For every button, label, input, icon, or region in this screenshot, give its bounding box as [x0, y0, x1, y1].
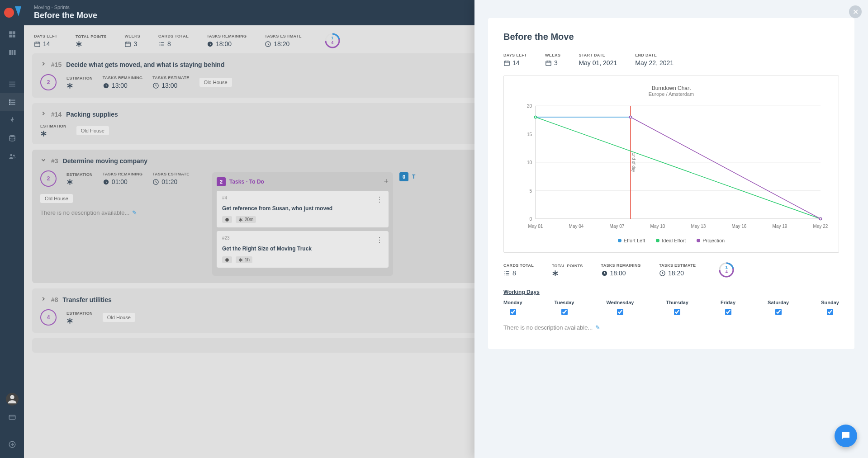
day-checkbox[interactable] — [510, 309, 516, 315]
task-menu-icon[interactable]: ⋮ — [376, 195, 383, 204]
nav-boards[interactable] — [0, 43, 24, 61]
svg-rect-14 — [9, 104, 10, 105]
task-id: #4 — [222, 195, 227, 200]
svg-rect-10 — [9, 99, 10, 101]
clock-icon — [601, 270, 608, 277]
svg-rect-7 — [9, 82, 15, 83]
svg-rect-1 — [12, 31, 15, 34]
tag[interactable]: Old House — [76, 126, 109, 135]
nav-sprints[interactable] — [0, 93, 24, 111]
svg-text:10: 10 — [527, 160, 532, 165]
chart-legend: Effort LeftIdeal EffortProjection — [513, 238, 830, 243]
description-placeholder[interactable]: There is no description available...✎ — [40, 209, 203, 216]
day-col: Monday — [503, 300, 522, 315]
list-icon — [503, 270, 510, 277]
burndown-chart: Burndown Chart Europe / Amsterdam 051015… — [503, 76, 839, 253]
day-checkbox[interactable] — [617, 309, 623, 315]
svg-point-19 — [14, 157, 15, 158]
weeks-label: WEEKS — [124, 34, 140, 38]
panel-title: Before the Move — [503, 32, 839, 42]
calendar-icon — [34, 41, 41, 47]
day-checkbox[interactable] — [725, 309, 731, 315]
day-checkbox[interactable] — [561, 309, 568, 315]
chart-subtitle: Europe / Amsterdam — [513, 91, 830, 97]
total-points-label: TOTAL POINTS — [76, 34, 107, 39]
logo[interactable] — [0, 0, 24, 25]
expand-icon[interactable] — [40, 296, 47, 304]
svg-point-62 — [535, 116, 537, 118]
collapse-icon[interactable] — [40, 157, 47, 165]
svg-point-34 — [225, 218, 229, 222]
day-checkbox[interactable] — [827, 309, 833, 315]
svg-text:May 01: May 01 — [528, 224, 543, 229]
asterisk-icon — [66, 317, 73, 324]
svg-text:May 16: May 16 — [732, 224, 747, 229]
day-col: Thursday — [666, 300, 688, 315]
task-title: Get reference from Susan, who just moved — [222, 205, 383, 212]
card-id: #8 — [51, 296, 58, 303]
day-col: Wednesday — [606, 300, 634, 315]
days-left-label: DAYS LEFT — [34, 34, 57, 38]
card-title: Determine moving company — [63, 157, 148, 165]
svg-rect-12 — [9, 102, 10, 103]
card-id: #3 — [51, 157, 58, 165]
expand-icon[interactable] — [40, 61, 47, 69]
nav-billing[interactable] — [0, 408, 24, 426]
asterisk-icon — [66, 82, 73, 89]
nav-list[interactable] — [0, 75, 24, 93]
tag[interactable]: Old House — [199, 78, 232, 87]
task-menu-icon[interactable]: ⋮ — [376, 236, 383, 244]
day-col: Tuesday — [555, 300, 574, 315]
clock-icon — [103, 82, 109, 89]
points-ring: 2 — [40, 74, 57, 90]
svg-point-18 — [13, 155, 14, 156]
clock-outline-icon — [659, 270, 666, 277]
day-col: Friday — [721, 300, 735, 315]
progress-ring: 14 — [718, 262, 735, 278]
svg-text:May 22: May 22 — [813, 224, 828, 229]
clock-outline-icon — [152, 82, 159, 89]
day-checkbox[interactable] — [775, 309, 782, 315]
svg-text:5: 5 — [529, 189, 532, 194]
close-button[interactable]: ✕ — [849, 5, 862, 18]
detail-panel: ✕ Before the Move DAYS LEFT14 WEEKS3 STA… — [474, 0, 868, 458]
svg-rect-13 — [11, 102, 15, 103]
tag[interactable]: Old House — [40, 194, 73, 203]
chat-button[interactable] — [835, 425, 857, 447]
add-task-button[interactable]: + — [384, 177, 389, 186]
user-avatar[interactable] — [6, 393, 19, 406]
edit-icon[interactable]: ✎ — [132, 209, 137, 216]
description-placeholder[interactable]: There is no description available...✎ — [503, 324, 839, 331]
edit-icon[interactable]: ✎ — [595, 324, 600, 331]
nav-database[interactable] — [0, 129, 24, 147]
task-card[interactable]: #23⋮ Get the Right Size of Moving Truck … — [217, 231, 389, 268]
svg-point-35 — [225, 258, 229, 262]
nav-team[interactable] — [0, 147, 24, 165]
svg-text:May 19: May 19 — [773, 224, 787, 229]
svg-point-16 — [9, 135, 15, 137]
time-chip: 20m — [236, 216, 256, 223]
calendar-icon — [503, 60, 510, 66]
svg-text:20: 20 — [527, 104, 532, 109]
chart-canvas: 05101520May 01May 04May 07May 10May 13Ma… — [513, 101, 830, 232]
nav-rail — [0, 0, 24, 458]
svg-rect-15 — [11, 104, 15, 105]
working-days-row: MondayTuesdayWednesdayThursdayFridaySatu… — [503, 300, 839, 315]
asterisk-icon — [66, 179, 73, 185]
svg-rect-2 — [9, 35, 12, 38]
task-card[interactable]: #4⋮ Get reference from Susan, who just m… — [217, 191, 389, 227]
expand-icon[interactable] — [40, 110, 47, 118]
nav-activity[interactable] — [0, 111, 24, 129]
day-col: Sunday — [821, 300, 839, 315]
time-chip: 1h — [236, 256, 252, 263]
nav-logout[interactable] — [0, 435, 24, 453]
progress-ring: 14 — [324, 33, 341, 49]
svg-point-64 — [630, 116, 632, 118]
svg-text:0: 0 — [529, 217, 532, 222]
day-checkbox[interactable] — [674, 309, 680, 315]
tag[interactable]: Old House — [103, 313, 135, 322]
points-ring: 4 — [40, 309, 57, 326]
card-id: #14 — [51, 111, 62, 118]
nav-dashboard[interactable] — [0, 25, 24, 43]
svg-text:End of day: End of day — [631, 152, 636, 172]
